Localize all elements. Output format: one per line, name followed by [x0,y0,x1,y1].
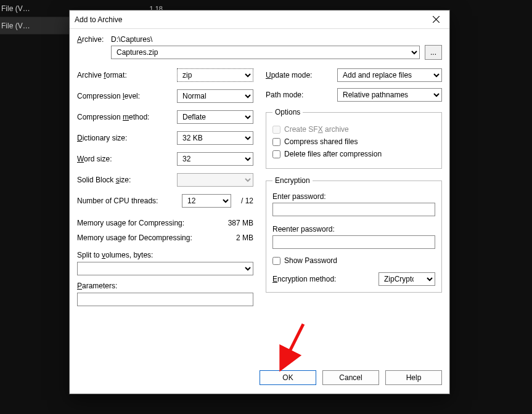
close-icon [433,16,440,23]
encryption-method-select[interactable]: ZipCrypto [379,272,435,286]
compression-level-label: Compression level: [77,92,177,100]
cpu-threads-select[interactable]: 12 [182,194,231,208]
dictionary-size-label: Dictionary size: [77,134,177,142]
left-column: Archive format: zip Compression level: N… [77,68,253,306]
encryption-group: Encryption Enter password: Reenter passw… [266,176,442,293]
enter-password-label: Enter password: [272,192,435,201]
dictionary-size-select[interactable]: 32 KB [177,131,253,145]
sfx-label: Create SFX archive [284,125,349,134]
archive-path: D:\Captures\ [111,35,442,44]
delete-after-checkbox[interactable] [272,150,280,158]
archive-filename-select[interactable]: Captures.zip [111,46,420,59]
split-volumes-select[interactable] [77,262,253,275]
file-name: File (V… [0,22,30,30]
compress-shared-label: Compress shared files [284,137,358,146]
titlebar: Add to Archive [70,10,449,29]
archive-format-label: Archive format: [77,71,177,79]
right-column: Update mode: Add and replace files Path … [266,68,442,306]
mem-compress-label: Memory usage for Compressing: [77,219,184,227]
compression-method-select[interactable]: Deflate [177,110,253,124]
reenter-password-label: Reenter password: [272,225,435,233]
parameters-input[interactable] [77,293,253,306]
cpu-threads-label: Number of CPU threads: [77,197,182,205]
encryption-method-label: Encryption method: [272,275,379,283]
encryption-legend: Encryption [272,176,313,185]
parameters-label: Parameters: [77,282,253,290]
delete-after-label: Delete files after compression [284,150,382,158]
cancel-button[interactable]: Cancel [322,370,379,385]
word-size-label: Word size: [77,155,177,163]
show-password-checkbox[interactable] [272,257,280,265]
file-name: File (V… [0,4,30,13]
split-volumes-label: Split to volumes, bytes: [77,251,253,259]
path-mode-select[interactable]: Relative pathnames [337,88,442,102]
add-to-archive-dialog: Add to Archive Archive: D:\Captures\ Cap… [69,10,450,394]
solid-block-size-select [177,173,253,187]
help-button[interactable]: Help [385,370,442,385]
solid-block-size-label: Solid Block size: [77,176,177,184]
compression-level-select[interactable]: Normal [177,89,253,103]
close-button[interactable] [422,10,449,29]
mem-decompress-label: Memory usage for Decompressing: [77,233,192,242]
mem-compress-value: 387 MB [228,219,253,227]
browse-button[interactable]: ... [425,45,442,60]
update-mode-label: Update mode: [266,71,337,79]
cpu-threads-max: / 12 [236,197,253,205]
ok-button[interactable]: OK [260,370,316,385]
enter-password-input[interactable] [272,203,435,216]
compression-method-label: Compression method: [77,113,177,121]
dialog-title: Add to Archive [75,15,122,24]
show-password-label: Show Password [284,256,337,265]
sfx-checkbox [272,126,280,134]
archive-label: Archive: [77,35,111,44]
update-mode-select[interactable]: Add and replace files [337,68,442,82]
options-legend: Options [272,108,303,116]
path-mode-label: Path mode: [266,91,337,99]
dialog-button-bar: OK Cancel Help [70,364,449,394]
reenter-password-input[interactable] [272,235,435,249]
word-size-select[interactable]: 32 [177,152,253,166]
archive-format-select[interactable]: zip [177,68,253,82]
options-group: Options Create SFX archive Compress shar… [266,108,442,169]
mem-decompress-value: 2 MB [236,233,253,242]
compress-shared-checkbox[interactable] [272,138,280,146]
